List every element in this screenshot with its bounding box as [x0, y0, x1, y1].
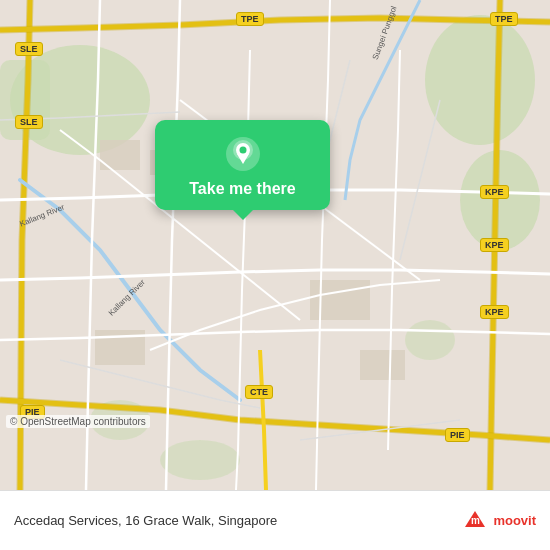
- moovit-logo-icon: m: [461, 507, 489, 535]
- svg-point-7: [160, 440, 240, 480]
- highway-badge-cte: CTE: [245, 385, 273, 399]
- highway-badge-tpe: TPE: [236, 12, 264, 26]
- highway-badge-sle: SLE: [15, 42, 43, 56]
- highway-badge-kpe2: KPE: [480, 238, 509, 252]
- highway-badge-tpe2: TPE: [490, 12, 518, 26]
- svg-text:m: m: [471, 515, 480, 526]
- highway-badge-sle2: SLE: [15, 115, 43, 129]
- svg-point-6: [405, 320, 455, 360]
- svg-point-3: [460, 150, 540, 250]
- highway-badge-kpe: KPE: [480, 185, 509, 199]
- highway-badge-kpe3: KPE: [480, 305, 509, 319]
- svg-point-18: [239, 147, 246, 154]
- svg-point-2: [425, 15, 535, 145]
- attribution-text: © OpenStreetMap contributors: [6, 415, 150, 428]
- svg-rect-12: [360, 350, 405, 380]
- info-bar: Accedaq Services, 16 Grace Walk, Singapo…: [0, 490, 550, 550]
- take-me-there-button[interactable]: Take me there: [155, 120, 330, 210]
- address-text: Accedaq Services, 16 Grace Walk, Singapo…: [14, 513, 461, 528]
- moovit-text-label: moovit: [493, 513, 536, 528]
- svg-rect-11: [310, 280, 370, 320]
- take-me-there-label: Take me there: [189, 180, 295, 198]
- moovit-logo[interactable]: m moovit: [461, 507, 536, 535]
- location-pin-icon: [225, 136, 261, 172]
- map-container: SLE SLE TPE TPE KPE KPE KPE CTE PIE PIE …: [0, 0, 550, 490]
- highway-badge-pie2: PIE: [445, 428, 470, 442]
